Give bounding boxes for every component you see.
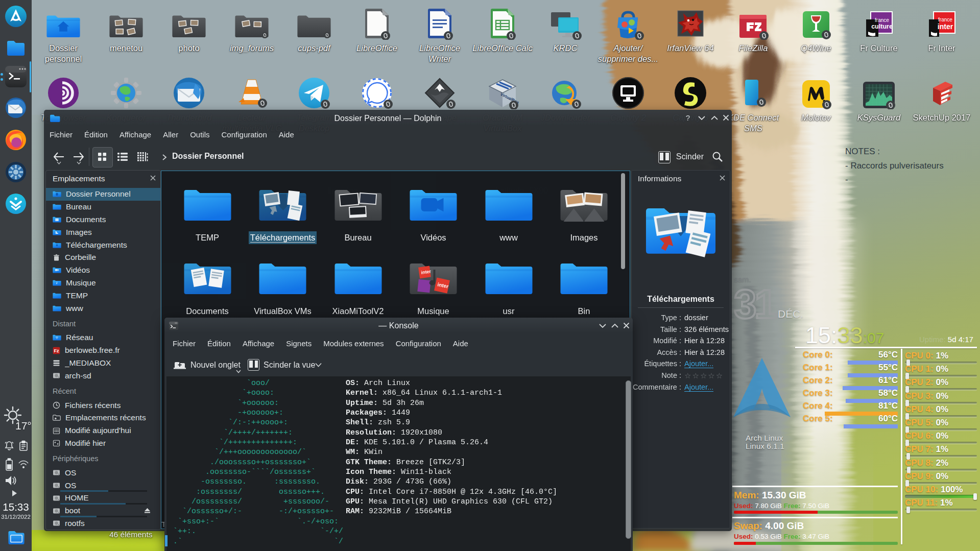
svg-text:Fz: Fz [54, 348, 59, 353]
svg-text:france: france [938, 17, 952, 22]
svg-text:inter: inter [938, 22, 953, 31]
svg-text:culture: culture [871, 23, 893, 30]
svg-text:france: france [875, 17, 889, 23]
